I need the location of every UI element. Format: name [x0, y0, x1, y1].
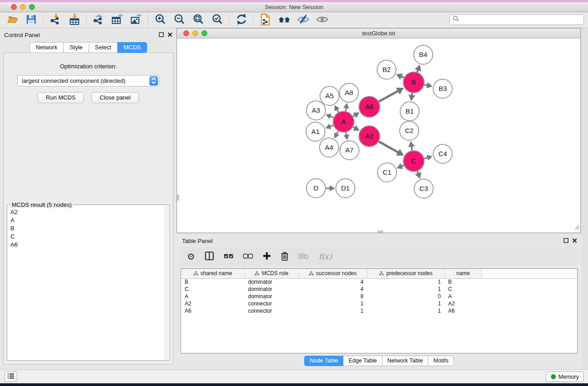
table-row[interactable]: Adominator80A	[181, 293, 577, 300]
network-edge[interactable]	[337, 110, 338, 112]
network-edge[interactable]	[330, 125, 334, 127]
zoom-out-button[interactable]	[170, 13, 189, 27]
delete-table-button[interactable]	[298, 250, 309, 263]
table-cell[interactable]: connector	[244, 300, 298, 307]
table-row[interactable]: A6connector11A6	[181, 307, 577, 315]
table-cell[interactable]: B	[181, 278, 244, 286]
table-cell[interactable]: 1	[367, 300, 445, 307]
node-label: A2	[365, 132, 373, 140]
export-image-button[interactable]	[127, 13, 146, 27]
mcds-result-item[interactable]: A	[8, 217, 165, 225]
mcds-result-item[interactable]: A6	[8, 241, 165, 249]
table-cell[interactable]: A	[445, 293, 482, 300]
create-column-button[interactable]	[263, 250, 271, 263]
table-cell[interactable]: 4	[298, 286, 367, 293]
close-panel-icon[interactable]	[572, 237, 577, 245]
table-cell[interactable]: 1	[367, 286, 445, 293]
refresh-layout-button[interactable]	[232, 13, 251, 27]
close-panel-button[interactable]: Close panel	[91, 92, 139, 103]
table-row[interactable]: Cdominator41C	[181, 286, 577, 293]
table-settings-button[interactable]: ⚙	[187, 250, 195, 263]
table-cell[interactable]: connector	[244, 307, 298, 315]
tab-network[interactable]: Network	[29, 42, 64, 53]
window-resize-grip[interactable]	[573, 224, 579, 232]
table-cell[interactable]: dominator	[244, 286, 298, 293]
table-cell[interactable]: A6	[445, 307, 482, 315]
function-builder-button[interactable]: f(x)	[319, 250, 332, 263]
table-cell[interactable]: A2	[445, 300, 482, 307]
zoom-selected-button[interactable]	[208, 13, 227, 27]
column-header[interactable]: MCDS role	[244, 269, 298, 278]
column-header[interactable]: successor nodes	[298, 269, 367, 278]
show-visual-button[interactable]	[313, 13, 332, 27]
table-cell[interactable]: B	[445, 278, 482, 286]
network-edge[interactable]	[424, 85, 427, 85]
deselect-all-columns-button[interactable]	[243, 250, 253, 263]
network-edge[interactable]	[379, 91, 398, 102]
table-cell[interactable]: 1	[367, 278, 445, 286]
table-cell[interactable]: dominator	[244, 278, 298, 286]
column-header[interactable]: name	[445, 269, 482, 278]
search-field[interactable]	[449, 14, 584, 25]
table-cell[interactable]: C	[181, 286, 244, 293]
mcds-result-item[interactable]: A2	[8, 209, 165, 217]
mcds-result-item[interactable]: C	[8, 233, 165, 241]
close-panel-icon[interactable]	[167, 31, 172, 39]
table-cell[interactable]: 4	[298, 278, 367, 286]
table-cell[interactable]: 8	[298, 293, 367, 300]
select-all-columns-button[interactable]	[224, 250, 234, 263]
delete-column-button[interactable]	[281, 250, 289, 263]
task-history-button[interactable]	[5, 372, 17, 382]
import-table-button[interactable]	[65, 13, 84, 27]
network-edge[interactable]	[345, 108, 346, 111]
export-network-button[interactable]	[89, 13, 108, 27]
canvas-vertical-scroll-nub[interactable]	[177, 195, 179, 200]
memory-button[interactable]: Memory	[546, 372, 584, 382]
table-cell[interactable]: 1	[367, 307, 445, 315]
table-cell[interactable]: A6	[181, 307, 244, 315]
network-edge[interactable]	[379, 142, 398, 152]
tab-node-table[interactable]: Node Table	[304, 356, 344, 366]
network-edge[interactable]	[424, 157, 428, 158]
open-session-file-button[interactable]	[256, 13, 275, 27]
save-session-button[interactable]	[22, 13, 41, 27]
tab-network-table[interactable]: Network Table	[382, 356, 429, 366]
import-network-button[interactable]	[46, 13, 65, 27]
table-row[interactable]: A2connector11A2	[181, 300, 577, 307]
open-session-button[interactable]	[3, 13, 22, 27]
table-cell[interactable]: A	[181, 293, 244, 300]
tab-edge-table[interactable]: Edge Table	[343, 356, 382, 366]
network-edge[interactable]	[401, 76, 404, 78]
table-cell[interactable]: 0	[367, 293, 445, 300]
column-header[interactable]: predecessor nodes	[367, 269, 445, 278]
float-panel-icon[interactable]	[159, 31, 164, 39]
network-edge[interactable]	[411, 146, 412, 150]
run-mcds-button[interactable]: Run MCDS	[38, 92, 84, 103]
table-cell[interactable]: 1	[298, 300, 367, 307]
column-header[interactable]: shared name	[181, 269, 244, 278]
network-edge[interactable]	[330, 116, 334, 118]
canvas-horizontal-scroll-nub[interactable]	[378, 230, 383, 233]
zoom-fit-button[interactable]	[189, 13, 208, 27]
table-cell[interactable]: C	[445, 286, 482, 293]
table-cell[interactable]: 1	[298, 307, 367, 315]
zoom-in-button[interactable]	[151, 13, 170, 27]
tab-mcds[interactable]: MCDS	[117, 42, 147, 53]
show-columns-button[interactable]	[205, 250, 214, 263]
network-canvas[interactable]: B4B2BB3A8A5A6A3B1AA1C2A2A4A7C4CC1C3DD1	[177, 38, 580, 233]
float-panel-icon[interactable]	[564, 237, 569, 245]
network-edge[interactable]	[337, 131, 339, 134]
mcds-result-item[interactable]: B	[8, 225, 165, 233]
criterion-select[interactable]: largest connected component (directed)	[17, 75, 159, 86]
hide-visual-button[interactable]	[294, 13, 313, 27]
table-row[interactable]: Bdominator41B	[181, 278, 577, 286]
tab-select[interactable]: Select	[89, 42, 118, 53]
search-input[interactable]	[459, 15, 583, 24]
export-table-button[interactable]	[108, 13, 127, 27]
tab-motifs[interactable]: Motifs	[428, 356, 454, 366]
result-list-scrollbar[interactable]	[165, 205, 169, 360]
table-cell[interactable]: A2	[181, 300, 244, 307]
show-all-networks-button[interactable]	[275, 13, 294, 27]
table-cell[interactable]: dominator	[244, 293, 298, 300]
tab-style[interactable]: Style	[63, 42, 89, 53]
